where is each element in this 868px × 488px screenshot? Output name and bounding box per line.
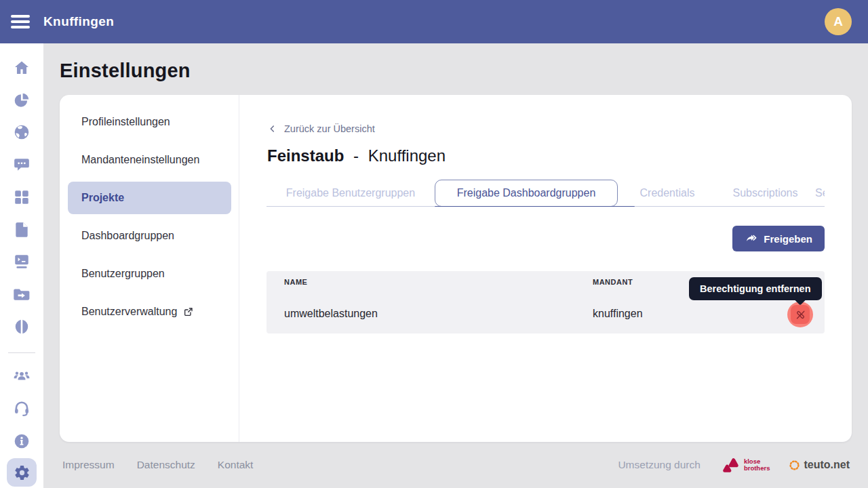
remove-permission-button[interactable] [787,302,813,327]
footer-credit-area: Umsetzung durch klose brothers teuto.net [618,442,850,488]
globe-icon[interactable] [13,123,31,141]
folder-export-icon[interactable] [13,285,31,303]
back-link-label: Zurück zur Übersicht [284,123,375,134]
nav-item-label: Benutzergruppen [81,268,165,280]
external-link-icon [183,306,194,317]
back-link[interactable]: Zurück zur Übersicht [268,123,375,134]
nav-item-label: Projekte [81,192,124,204]
hamburger-menu-icon[interactable] [11,12,30,32]
icon-sidebar [0,43,43,488]
chevron-left-icon [268,124,277,134]
gear-icon[interactable] [7,458,37,487]
footer-links: Impressum Datenschutz Kontakt [62,442,253,488]
nav-item-label: Profileinstellungen [81,116,170,128]
grid-icon[interactable] [13,188,31,206]
nav-item-profileinstellungen[interactable]: Profileinstellungen [68,106,231,138]
app-title: Knuffingen [43,14,114,29]
klose-brothers-label: klose brothers [744,458,770,472]
settings-nav: Profileinstellungen Mandanteneinstellung… [60,95,239,442]
settings-card: Profileinstellungen Mandanteneinstellung… [60,95,852,442]
terminal-icon[interactable] [13,253,31,270]
info-icon[interactable] [13,432,31,450]
headset-icon[interactable] [13,400,31,418]
tab-subscriptions[interactable]: Subscriptions [717,180,814,207]
document-icon[interactable] [13,221,31,239]
freigeben-button[interactable]: Freigeben [732,226,825,251]
title-separator: - [353,146,359,165]
nav-item-label: Dashboardgruppen [81,230,174,242]
cell-name: umweltbelastungen [284,308,378,320]
pie-chart-icon[interactable] [13,92,31,109]
freigeben-button-label: Freigeben [764,233,812,245]
tab-freigabe-benutzergruppen[interactable]: Freigabe Benutzergruppen [267,180,435,207]
project-detail-pane: Zurück zur Übersicht Feinstaub - Knuffin… [239,95,852,442]
teuto-sun-icon [789,460,800,471]
nav-item-projekte[interactable]: Projekte [68,182,231,214]
home-icon[interactable] [13,59,31,77]
top-bar: Knuffingen A [0,0,868,43]
footer-link-kontakt[interactable]: Kontakt [218,459,254,471]
tooltip: Berechtigung entfernen [689,277,822,300]
nav-item-mandanteneinstellungen[interactable]: Mandanteneinstellungen [68,144,231,176]
teuto-net-logo[interactable]: teuto.net [789,459,850,471]
cell-mandant: knuffingen [593,308,643,320]
tab-credentials[interactable]: Credentials [618,180,717,207]
page-title: Einstellungen [60,60,191,82]
klose-brothers-logo[interactable]: klose brothers [719,454,770,476]
avatar[interactable]: A [825,8,852,35]
split-circle-icon[interactable] [13,318,31,336]
klose-brothers-icon [719,454,741,476]
column-header-mandant: MANDANT [593,278,633,286]
tenant-name: Knuffingen [368,146,446,165]
tab-clipped[interactable]: Se [814,180,825,207]
credit-label: Umsetzung durch [618,459,700,471]
nav-item-label: Mandanteneinstellungen [81,154,199,166]
footer-link-datenschutz[interactable]: Datenschutz [137,459,195,471]
chat-icon[interactable] [13,156,31,174]
nav-item-benutzergruppen[interactable]: Benutzergruppen [68,258,231,290]
nav-item-label: Benutzerverwaltung [81,306,177,318]
tab-bar: Freigabe Benutzergruppen Freigabe Dashbo… [267,178,825,207]
unlink-icon [791,305,810,324]
sidebar-divider [8,352,35,353]
project-name: Feinstaub [267,146,344,165]
users-icon[interactable] [13,367,31,385]
tab-freigabe-dashboardgruppen[interactable]: Freigabe Dashboardgruppen [435,180,618,207]
footer: Impressum Datenschutz Kontakt Umsetzung … [43,442,868,488]
teuto-net-label: teuto.net [804,459,850,471]
project-title: Feinstaub - Knuffingen [267,146,446,165]
nav-item-dashboardgruppen[interactable]: Dashboardgruppen [68,220,231,252]
nav-item-benutzerverwaltung[interactable]: Benutzerverwaltung [68,296,231,328]
column-header-name: NAME [284,278,307,286]
footer-link-impressum[interactable]: Impressum [62,459,115,471]
share-icon [745,232,757,245]
